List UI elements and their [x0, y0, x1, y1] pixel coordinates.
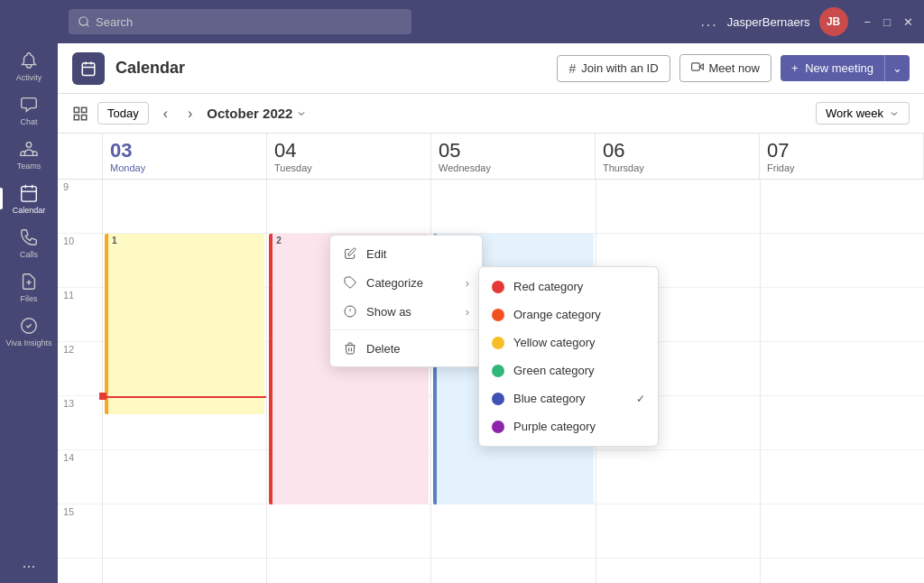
current-time-dot	[99, 393, 106, 400]
time-10: 10	[58, 234, 102, 288]
orange-dot	[492, 309, 504, 321]
sidebar-item-label-files: Files	[20, 294, 37, 303]
categorize-icon	[343, 275, 357, 290]
ctx-separator	[330, 329, 482, 330]
blue-checkmark: ✓	[636, 393, 645, 405]
time-11: 11	[58, 288, 102, 342]
show-as-icon	[343, 304, 357, 319]
calendar-header: Calendar # Join with an ID Meet now + Ne…	[58, 43, 924, 94]
month-dropdown-icon	[296, 108, 307, 119]
svg-rect-15	[74, 115, 79, 119]
sidebar-item-teams[interactable]: Teams	[0, 132, 58, 176]
workweek-dropdown-icon	[889, 108, 900, 119]
svg-marker-10	[699, 64, 703, 69]
svg-rect-0	[22, 187, 37, 202]
plus-icon: +	[791, 61, 799, 75]
sidebar-item-label-calls: Calls	[20, 250, 38, 259]
sidebar-item-viva[interactable]: Viva Insights	[0, 309, 58, 353]
sidebar-item-label-activity: Activity	[16, 73, 42, 82]
ctx-delete[interactable]: Delete	[330, 334, 482, 363]
titlebar-right: ... JasperBernaers JB − □ ✕	[700, 7, 913, 36]
green-dot	[492, 365, 504, 377]
svg-rect-12	[74, 107, 79, 112]
red-dot	[492, 281, 504, 293]
search-placeholder: Search	[96, 15, 133, 29]
day-header-tue: 04 Tuesday	[267, 134, 431, 179]
time-13: 13	[58, 396, 102, 450]
prev-arrow[interactable]: ‹	[158, 104, 173, 124]
maximize-button[interactable]: □	[883, 15, 891, 29]
minimize-button[interactable]: −	[864, 15, 872, 29]
sidebar-item-calls[interactable]: Calls	[0, 220, 58, 264]
sidebar-top-bar	[0, 0, 58, 43]
day-header-mon: 03 Monday	[103, 134, 267, 179]
join-with-id-button[interactable]: # Join with an ID	[557, 55, 670, 82]
video-icon	[691, 60, 704, 76]
sidebar-item-calendar[interactable]: Calendar	[0, 176, 58, 220]
sidebar-item-label-chat: Chat	[20, 117, 37, 126]
show-as-arrow: ›	[466, 305, 469, 319]
time-15: 15	[58, 504, 102, 559]
sidebar-item-activity[interactable]: Activity	[0, 43, 58, 88]
calendar-title: Calendar	[116, 59, 185, 78]
day-header-thu: 06 Thursday	[596, 134, 760, 179]
search-box[interactable]: Search	[69, 9, 411, 34]
calendar-header-actions: # Join with an ID Meet now + New meeting…	[557, 54, 910, 82]
category-blue[interactable]: Blue category ✓	[479, 384, 658, 412]
grid-icon	[72, 106, 88, 122]
next-arrow[interactable]: ›	[182, 104, 198, 124]
sidebar-item-label-teams: Teams	[17, 162, 42, 171]
blue-dot	[492, 393, 504, 405]
time-14: 14	[58, 450, 102, 504]
close-button[interactable]: ✕	[903, 15, 913, 29]
day-header-wed: 05 Wednesday	[431, 134, 596, 179]
svg-point-5	[79, 17, 88, 25]
ctx-categorize[interactable]: Categorize ›	[330, 268, 482, 297]
workweek-selector[interactable]: Work week	[816, 102, 910, 125]
day-headers: 03 Monday 04 Tuesday 05 Wednesday 06 Thu…	[58, 134, 924, 180]
svg-rect-13	[82, 107, 87, 112]
purple-dot	[492, 421, 504, 433]
avatar: JB	[819, 7, 848, 36]
category-purple[interactable]: Purple category	[479, 412, 658, 440]
hash-icon: #	[568, 61, 576, 76]
today-button[interactable]: Today	[97, 102, 149, 125]
new-meeting-caret[interactable]: ⌄	[884, 55, 910, 81]
time-9: 9	[58, 180, 102, 234]
titlebar: Search ... JasperBernaers JB − □ ✕	[58, 0, 924, 43]
sidebar-item-label-calendar: Calendar	[13, 206, 46, 215]
category-green[interactable]: Green category	[479, 356, 658, 384]
more-options[interactable]: ...	[700, 14, 717, 30]
current-time-line	[103, 396, 266, 398]
category-yellow[interactable]: Yellow category	[479, 329, 658, 356]
ctx-edit[interactable]: Edit	[330, 239, 482, 268]
svg-rect-6	[82, 63, 95, 76]
context-menu: Edit Categorize › Show as › Delete	[329, 235, 483, 367]
day-col-mon: 1	[103, 180, 267, 583]
sidebar-item-chat[interactable]: Chat	[0, 88, 58, 132]
new-meeting-button[interactable]: + New meeting ⌄	[781, 55, 910, 81]
window-controls: − □ ✕	[864, 15, 913, 29]
category-orange[interactable]: Orange category	[479, 301, 658, 329]
category-submenu: Red category Orange category Yellow cate…	[478, 266, 659, 447]
edit-icon	[343, 246, 357, 261]
time-12: 12	[58, 342, 102, 396]
month-label[interactable]: October 2022	[207, 106, 307, 121]
day-header-fri: 07 Friday	[760, 134, 924, 179]
ctx-show-as[interactable]: Show as ›	[330, 297, 482, 326]
sidebar: Activity Chat Teams Calendar Calls Files	[0, 0, 58, 583]
svg-rect-11	[691, 63, 699, 70]
event-yellow[interactable]: 1	[105, 234, 264, 414]
day-col-fri	[761, 180, 924, 583]
delete-icon	[343, 341, 357, 356]
svg-rect-14	[82, 115, 87, 119]
sidebar-item-files[interactable]: Files	[0, 264, 58, 309]
meet-now-button[interactable]: Meet now	[679, 54, 772, 82]
yellow-dot	[492, 337, 504, 349]
category-red[interactable]: Red category	[479, 273, 658, 301]
calendar-app-icon	[72, 52, 105, 85]
search-icon	[78, 15, 90, 28]
categorize-arrow: ›	[466, 276, 469, 290]
username-label: JasperBernaers	[727, 15, 810, 29]
sidebar-more[interactable]: ...	[22, 553, 35, 572]
